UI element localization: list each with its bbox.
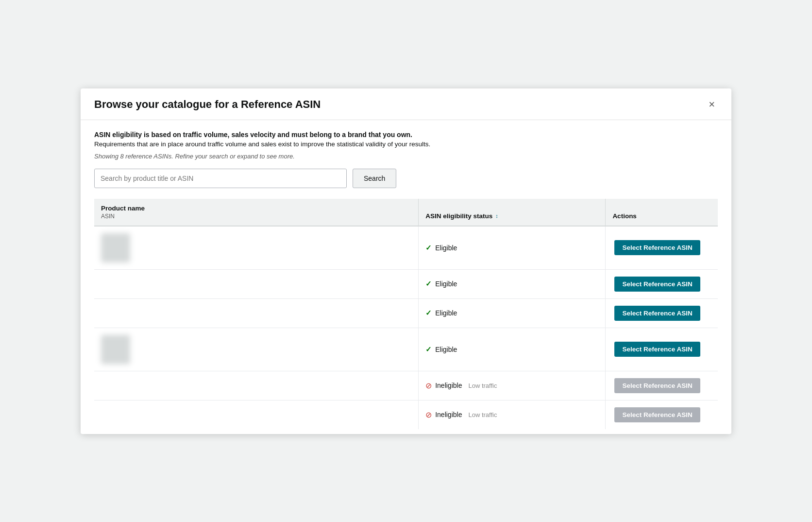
product-cell <box>94 226 419 270</box>
ineligible-icon: ⊘ <box>425 381 432 390</box>
select-reference-asin-button[interactable]: Select Reference ASIN <box>614 240 700 255</box>
check-icon: ✓ <box>425 345 432 354</box>
table-row: ✓EligibleSelect Reference ASIN <box>94 328 718 371</box>
ineligible-reason: Low traffic <box>468 382 497 389</box>
status-label: Ineligible <box>435 411 462 418</box>
close-button[interactable]: × <box>706 98 718 111</box>
eligibility-notice: ASIN eligibility is based on traffic vol… <box>94 131 718 148</box>
actions-cell: Select Reference ASIN <box>606 298 718 328</box>
ineligible-icon: ⊘ <box>425 410 432 419</box>
actions-cell: Select Reference ASIN <box>606 269 718 298</box>
modal-title: Browse your catalogue for a Reference AS… <box>94 98 321 111</box>
select-reference-asin-button[interactable]: Select Reference ASIN <box>614 378 700 393</box>
notice-bold-line: ASIN eligibility is based on traffic vol… <box>94 131 718 139</box>
product-cell <box>94 298 419 328</box>
eligibility-cell: ✓Eligible <box>419 226 606 270</box>
select-reference-asin-button[interactable]: Select Reference ASIN <box>614 342 700 357</box>
th-eligibility: ASIN eligibility status ↕ <box>419 199 606 226</box>
table-row: ✓EligibleSelect Reference ASIN <box>94 269 718 298</box>
product-cell <box>94 269 419 298</box>
browse-catalogue-modal: Browse your catalogue for a Reference AS… <box>81 88 731 434</box>
table-header-row: Product name ASIN ASIN eligibility statu… <box>94 199 718 226</box>
table-row: ⊘IneligibleLow trafficSelect Reference A… <box>94 400 718 429</box>
product-thumbnail <box>101 233 130 262</box>
product-thumbnail <box>101 335 130 364</box>
table-row: ✓EligibleSelect Reference ASIN <box>94 226 718 270</box>
actions-cell: Select Reference ASIN <box>606 226 718 270</box>
status-label: Eligible <box>435 244 457 252</box>
sort-icon[interactable]: ↕ <box>495 213 498 219</box>
modal-body: ASIN eligibility is based on traffic vol… <box>81 120 731 434</box>
notice-sub-line: Requirements that are in place around tr… <box>94 140 718 148</box>
select-reference-asin-button[interactable]: Select Reference ASIN <box>614 407 700 422</box>
status-label: Eligible <box>435 280 457 288</box>
table-row: ✓EligibleSelect Reference ASIN <box>94 298 718 328</box>
table-row: ⊘IneligibleLow trafficSelect Reference A… <box>94 371 718 400</box>
actions-cell: Select Reference ASIN <box>606 400 718 429</box>
search-button[interactable]: Search <box>353 169 396 188</box>
product-cell <box>94 371 419 400</box>
eligibility-cell: ✓Eligible <box>419 298 606 328</box>
eligibility-cell: ✓Eligible <box>419 328 606 371</box>
eligibility-cell: ✓Eligible <box>419 269 606 298</box>
actions-cell: Select Reference ASIN <box>606 371 718 400</box>
showing-line: Showing 8 reference ASINs. Refine your s… <box>94 153 718 160</box>
check-icon: ✓ <box>425 244 432 252</box>
th-actions: Actions <box>606 199 718 226</box>
catalogue-table: Product name ASIN ASIN eligibility statu… <box>94 199 718 429</box>
search-input[interactable] <box>94 169 347 188</box>
actions-cell: Select Reference ASIN <box>606 328 718 371</box>
product-cell <box>94 400 419 429</box>
ineligible-reason: Low traffic <box>468 411 497 418</box>
status-label: Ineligible <box>435 382 462 389</box>
th-product: Product name ASIN <box>94 199 419 226</box>
status-label: Eligible <box>435 346 457 353</box>
select-reference-asin-button[interactable]: Select Reference ASIN <box>614 306 700 321</box>
status-label: Eligible <box>435 309 457 317</box>
product-cell <box>94 328 419 371</box>
check-icon: ✓ <box>425 309 432 317</box>
eligibility-cell: ⊘IneligibleLow traffic <box>419 371 606 400</box>
select-reference-asin-button[interactable]: Select Reference ASIN <box>614 277 700 292</box>
search-row: Search <box>94 169 718 188</box>
eligibility-cell: ⊘IneligibleLow traffic <box>419 400 606 429</box>
modal-header: Browse your catalogue for a Reference AS… <box>81 88 731 120</box>
check-icon: ✓ <box>425 279 432 288</box>
